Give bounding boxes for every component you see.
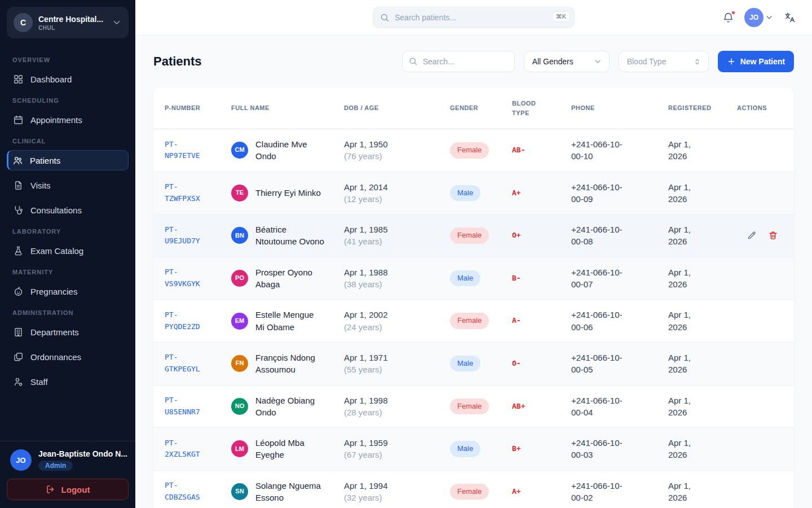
baby-icon: [13, 286, 24, 297]
column-header-gender: GENDER: [450, 92, 512, 124]
patient-name: Léopold Mba Eyeghe: [255, 437, 324, 461]
table-row[interactable]: PT-NP97ETVECMClaudine Mve OndoApr 1, 195…: [153, 129, 794, 172]
document-icon: [13, 180, 24, 191]
table-row[interactable]: PT-CDBZSGASSNSolange Nguema EssonoApr 1,…: [153, 470, 794, 508]
registered-date: Apr 1, 2026: [668, 172, 704, 214]
nav-section-label: OVERVIEW: [12, 56, 123, 63]
table-row[interactable]: PT-U85ENNR7NONadège Obiang OndoApr 1, 19…: [153, 385, 794, 428]
sidebar-item-exam-catalog[interactable]: Exam Catalog: [7, 240, 129, 261]
table-header: P-NUMBERFULL NAMEDOB / AGEGENDERBLOOD TY…: [153, 87, 794, 129]
sidebar-item-patients[interactable]: Patients: [7, 150, 129, 170]
patient-phone: +241-066-10-00-08: [571, 214, 641, 257]
sidebar-item-dashboard[interactable]: Dashboard: [7, 69, 129, 89]
patient-number-link[interactable]: PT-2XZL5KGT: [165, 437, 213, 461]
content: Patients All Genders: [135, 36, 812, 508]
table-row[interactable]: PT-GTKPEGYLFNFrançois Ndong AssoumouApr …: [153, 342, 794, 385]
blood-type: A+: [512, 478, 571, 506]
gender-badge: Female: [450, 142, 489, 158]
chevron-down-icon: [593, 57, 602, 66]
new-patient-button[interactable]: New Patient: [718, 51, 794, 72]
patients-icon: [12, 155, 23, 166]
patient-name: François Ndong Assoumou: [255, 352, 324, 376]
pages-icon: [13, 352, 24, 362]
sidebar-item-pregnancies[interactable]: Pregnancies: [7, 281, 129, 301]
app-root: C Centre Hospital... CHUL OVERVIEWDashbo…: [0, 0, 812, 508]
patient-dob: Apr 1, 2014 (12 years): [344, 172, 405, 214]
patient-name: Claudine Mve Ondo: [255, 138, 324, 163]
blood-type: A-: [512, 306, 571, 335]
chevrons-up-down-icon: [693, 58, 701, 66]
chevron-down-icon: [765, 13, 774, 22]
table-row[interactable]: PT-U9EJUD7YBNBéatrice Ntoutoume OvonoApr…: [153, 214, 794, 257]
nav-section-overview: OVERVIEWDashboard: [7, 56, 129, 89]
patient-number-link[interactable]: PT-TZWFPXSX: [165, 181, 213, 205]
sidebar-footer: JO Jean-Baptiste Ondo N... Admin Logout: [0, 441, 135, 508]
patient-number-link[interactable]: PT-U85ENNR7: [165, 395, 213, 418]
sidebar-item-appointments[interactable]: Appointments: [7, 110, 129, 130]
patient-number-link[interactable]: PT-CDBZSGAS: [165, 480, 213, 503]
topbar: ⌘K JO: [135, 0, 812, 36]
patient-number-link[interactable]: PT-GTKPEGYL: [165, 352, 213, 375]
flask-icon: [13, 246, 24, 256]
staff-icon: [13, 376, 24, 387]
sidebar-item-visits[interactable]: Visits: [7, 175, 129, 195]
patient-number-link[interactable]: PT-NP97ETVE: [165, 139, 213, 163]
patient-phone: +241-066-10-00-07: [571, 257, 641, 300]
patient-avatar: FN: [231, 355, 248, 372]
registered-date: Apr 1, 2026: [668, 214, 704, 257]
current-user: JO Jean-Baptiste Ondo N... Admin: [7, 449, 129, 471]
patient-number-link[interactable]: PT-U9EJUD7Y: [165, 224, 213, 248]
gender-badge: Male: [450, 185, 480, 201]
nav-section-label: CLINICAL: [12, 138, 123, 144]
topbar-avatar: JO: [744, 8, 764, 27]
global-search: ⌘K: [373, 7, 575, 28]
blood-type: O-: [512, 349, 571, 378]
table-row[interactable]: PT-PYQDE2ZDEMEstelle Mengue Mi ObameApr …: [153, 299, 794, 342]
gender-badge: Female: [450, 484, 489, 500]
table-row[interactable]: PT-TZWFPXSXTEThierry Eyi MinkoApr 1, 201…: [153, 172, 794, 214]
registered-date: Apr 1, 2026: [668, 428, 704, 470]
patient-avatar: EM: [231, 313, 248, 330]
patients-table: P-NUMBERFULL NAMEDOB / AGEGENDERBLOOD TY…: [153, 87, 794, 508]
column-header-actions: ACTIONS: [737, 92, 794, 124]
blood-type: AB+: [512, 392, 571, 421]
registered-date: Apr 1, 2026: [668, 386, 704, 428]
patient-number-link[interactable]: PT-PYQDE2ZD: [165, 309, 213, 333]
gender-filter-select[interactable]: All Genders: [524, 51, 610, 72]
org-selector[interactable]: C Centre Hospital... CHUL: [7, 7, 129, 38]
sidebar-item-consultations[interactable]: Consultations: [7, 200, 129, 220]
global-search-input[interactable]: [373, 7, 575, 28]
patient-dob: Apr 1, 1998 (28 years): [344, 386, 405, 428]
sidebar-item-staff[interactable]: Staff: [7, 371, 129, 392]
patient-avatar: PO: [231, 270, 248, 287]
gender-badge: Female: [450, 313, 489, 329]
gender-badge: Male: [450, 441, 480, 457]
blood-type-filter-select[interactable]: Blood Type: [619, 51, 709, 72]
org-avatar: C: [14, 13, 33, 32]
language-button[interactable]: [784, 11, 796, 24]
notifications-button[interactable]: [722, 12, 734, 24]
sidebar-item-ordonnances[interactable]: Ordonnances: [7, 347, 129, 367]
patient-phone: +241-066-10-00-09: [571, 172, 641, 214]
table-search-input[interactable]: [402, 51, 515, 72]
table-row[interactable]: PT-2XZL5KGTLMLéopold Mba EyegheApr 1, 19…: [153, 427, 794, 470]
sidebar-item-departments[interactable]: Departments: [7, 322, 129, 342]
user-name: Jean-Baptiste Ondo N...: [38, 449, 127, 458]
gender-badge: Female: [450, 398, 489, 414]
edit-button[interactable]: [747, 230, 757, 240]
registered-date: Apr 1, 2026: [668, 343, 704, 385]
patient-number-link[interactable]: PT-VS9VKGYK: [165, 266, 213, 290]
patient-dob: Apr 1, 1994 (32 years): [344, 471, 405, 508]
logout-button[interactable]: Logout: [7, 479, 129, 500]
patient-phone: +241-066-10-00-03: [571, 428, 641, 470]
patient-name: Prosper Oyono Abaga: [255, 266, 324, 291]
shortcut-hint: ⌘K: [552, 11, 570, 22]
user-menu[interactable]: JO: [744, 8, 774, 27]
nav-section-label: SCHEDULING: [12, 97, 123, 104]
delete-button[interactable]: [768, 230, 778, 240]
column-header-registered: REGISTERED: [668, 92, 737, 124]
search-icon: [408, 56, 418, 66]
nav-section-label: ADMINISTRATION: [12, 309, 123, 316]
table-row[interactable]: PT-VS9VKGYKPOProsper Oyono AbagaApr 1, 1…: [153, 257, 794, 300]
stethoscope-icon: [13, 205, 24, 216]
